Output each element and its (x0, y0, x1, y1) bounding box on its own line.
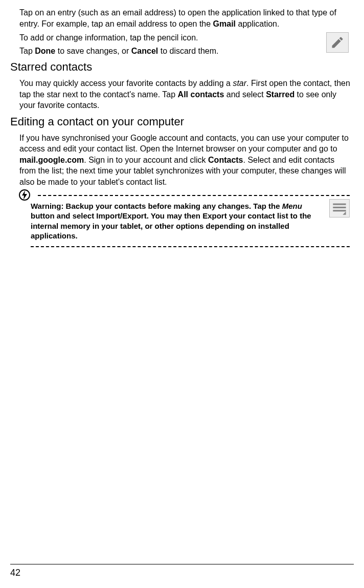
allcontacts-bold: All contacts (178, 90, 224, 99)
editing-body: If you have synchronised your Google acc… (19, 133, 352, 188)
text: Tap (19, 47, 35, 55)
warning-text: Warning: Backup your contacts before mak… (21, 196, 354, 246)
text: . Sign in to your account and click (84, 156, 208, 164)
url-bold: mail.google.com (19, 156, 84, 164)
editing-heading: Editing a contact on your computer (10, 114, 354, 129)
pencil-icon (326, 32, 349, 53)
warning-block: Warning: Backup your contacts before mak… (21, 195, 354, 247)
text: and select (224, 90, 266, 99)
text: application. (236, 19, 279, 28)
text: button and select Import/Export. You may… (31, 211, 311, 240)
intro-tap-entry: Tap on an entry (such as an email addres… (19, 7, 352, 29)
starred-heading: Starred contacts (10, 59, 354, 75)
menu-icon (329, 199, 350, 217)
footer-line (10, 564, 354, 564)
svg-rect-1 (333, 203, 346, 205)
pencil-instruction: To add or change information, tap the pe… (19, 32, 352, 43)
gmail-bold: Gmail (213, 19, 236, 28)
text: If you have synchronised your Google acc… (19, 134, 349, 154)
text: Tap on an entry (such as an email addres… (19, 8, 336, 28)
done-cancel-instruction: Tap Done to save changes, or Cancel to d… (19, 46, 352, 57)
menu-italic: Menu (282, 202, 302, 210)
starred-body: You may quickly access your favorite con… (19, 78, 352, 111)
contacts-bold: Contacts (208, 156, 243, 164)
text: to discard them. (158, 47, 218, 55)
page-number: 42 (10, 567, 354, 579)
page-footer: 42 (10, 564, 354, 579)
warning-border-bottom (31, 246, 350, 247)
svg-rect-3 (333, 210, 346, 211)
text: You may quickly access your favorite con… (19, 79, 233, 88)
svg-rect-2 (333, 206, 346, 208)
starred-bold: Starred (266, 90, 294, 99)
cancel-bold: Cancel (131, 47, 158, 55)
text: Warning: Backup your contacts before mak… (31, 202, 282, 210)
done-bold: Done (35, 47, 55, 55)
text: to save changes, or (55, 47, 131, 55)
star-italic: star (233, 79, 246, 88)
